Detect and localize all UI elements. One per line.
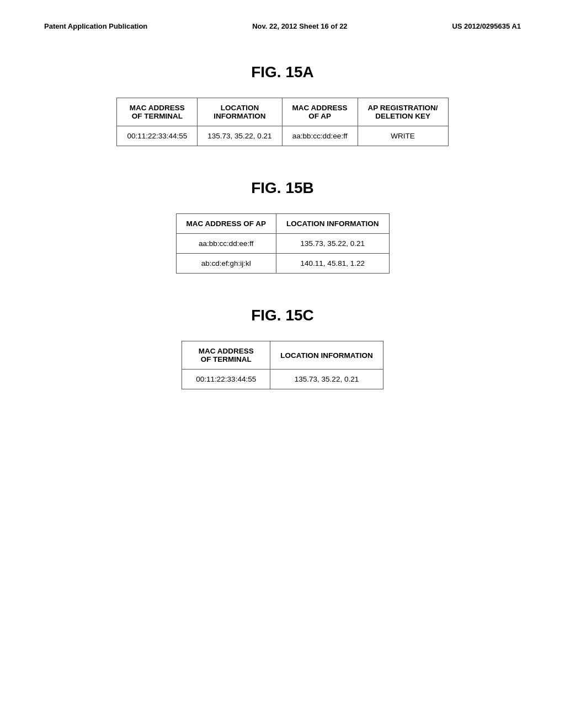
cell-mac-terminal: 00:11:22:33:44:55 <box>182 370 270 389</box>
cell-loc-1: 135.73, 35.22, 0.21 <box>276 234 389 254</box>
cell-location: 135.73, 35.22, 0.21 <box>198 126 282 146</box>
col-location-info: LOCATION INFORMATION <box>270 341 383 370</box>
col-mac-terminal: MAC ADDRESSOF TERMINAL <box>117 98 198 126</box>
cell-mac-2: ab:cd:ef:gh:ij:kl <box>176 254 276 274</box>
figure-15a: FIG. 15A MAC ADDRESSOF TERMINAL LOCATION… <box>44 63 521 146</box>
figure-15b-title: FIG. 15B <box>44 179 521 197</box>
table-15c-header-row: MAC ADDRESSOF TERMINAL LOCATION INFORMAT… <box>182 341 383 370</box>
table-row: aa:bb:cc:dd:ee:ff 135.73, 35.22, 0.21 <box>176 234 389 254</box>
table-15b: MAC ADDRESS OF AP LOCATION INFORMATION a… <box>176 213 390 274</box>
col-mac-ap: MAC ADDRESS OF AP <box>176 214 276 234</box>
header-middle: Nov. 22, 2012 Sheet 16 of 22 <box>252 22 347 30</box>
col-location-info: LOCATION INFORMATION <box>276 214 389 234</box>
figure-15a-title: FIG. 15A <box>44 63 521 81</box>
cell-mac-terminal: 00:11:22:33:44:55 <box>117 126 198 146</box>
header-right: US 2012/0295635 A1 <box>452 22 521 30</box>
table-15c: MAC ADDRESSOF TERMINAL LOCATION INFORMAT… <box>182 341 383 389</box>
cell-loc-2: 140.11, 45.81, 1.22 <box>276 254 389 274</box>
table-row: ab:cd:ef:gh:ij:kl 140.11, 45.81, 1.22 <box>176 254 389 274</box>
cell-location: 135.73, 35.22, 0.21 <box>270 370 383 389</box>
header-left: Patent Application Publication <box>44 22 147 30</box>
col-mac-ap: MAC ADDRESSOF AP <box>282 98 358 126</box>
table-15a: MAC ADDRESSOF TERMINAL LOCATIONINFORMATI… <box>116 98 448 146</box>
figure-15c-title: FIG. 15C <box>44 307 521 324</box>
table-15a-header-row: MAC ADDRESSOF TERMINAL LOCATIONINFORMATI… <box>117 98 448 126</box>
figure-15b: FIG. 15B MAC ADDRESS OF AP LOCATION INFO… <box>44 179 521 274</box>
table-row: 00:11:22:33:44:55 135.73, 35.22, 0.21 aa… <box>117 126 448 146</box>
col-ap-reg-del: AP REGISTRATION/DELETION KEY <box>358 98 448 126</box>
col-location-info: LOCATIONINFORMATION <box>198 98 282 126</box>
col-mac-terminal: MAC ADDRESSOF TERMINAL <box>182 341 270 370</box>
cell-write: WRITE <box>358 126 448 146</box>
figure-15c: FIG. 15C MAC ADDRESSOF TERMINAL LOCATION… <box>44 307 521 389</box>
cell-mac-1: aa:bb:cc:dd:ee:ff <box>176 234 276 254</box>
cell-mac-ap: aa:bb:cc:dd:ee:ff <box>282 126 358 146</box>
table-15b-header-row: MAC ADDRESS OF AP LOCATION INFORMATION <box>176 214 389 234</box>
table-row: 00:11:22:33:44:55 135.73, 35.22, 0.21 <box>182 370 383 389</box>
